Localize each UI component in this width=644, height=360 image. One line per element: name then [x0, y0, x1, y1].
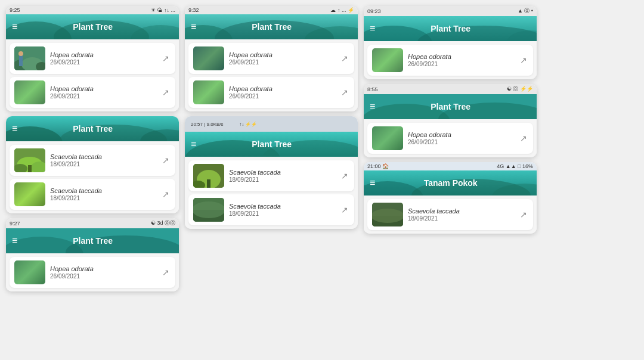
tree-list-3: Hopea odorata 26/09/2021 ↗ [6, 253, 179, 291]
status-right-7: ☯ ⓪ ⚡⚡ [507, 85, 533, 93]
tree-thumbnail [14, 260, 45, 284]
tree-name: Scaevola taccada [229, 203, 335, 210]
share-icon[interactable]: ↗ [340, 204, 349, 216]
tree-info: Hopea odorata 26/09/2021 [408, 53, 514, 67]
tree-list-5: Scaevola taccada 18/09/2021 ↗ [185, 157, 358, 229]
tree-info: Hopea odorata 26/09/2021 [229, 51, 335, 66]
tree-date: 18/09/2021 [50, 195, 156, 201]
list-item: Hopea odorata 26/09/2021 ↗ [188, 43, 354, 74]
column-3: 09:23 ▲ ⓪ • ≡ Plant Tree [364, 6, 537, 234]
share-icon[interactable]: ↗ [340, 86, 349, 98]
phone-screen-6: 09:23 ▲ ⓪ • ≡ Plant Tree [364, 6, 537, 79]
tree-date: 26/09/2021 [408, 61, 514, 67]
tree-date: 18/09/2021 [50, 161, 156, 167]
tree-date: 26/09/2021 [408, 139, 514, 145]
phone-screen-3: 9:27 ☯ 3d ⓪⓪ ≡ Plant Tree Hopea odorata … [6, 218, 179, 291]
tree-list-4: Hopea odorata 26/09/2021 ↗ Hopea odorata… [185, 39, 358, 111]
list-item: Hopea odorata 26/09/2021 ↗ [367, 45, 533, 76]
tree-info: Hopea odorata 26/09/2021 [50, 265, 156, 280]
status-time-7: 8:55 [367, 86, 378, 92]
status-icons-1: ☀ 🌤 ↑↓ ... [151, 7, 175, 13]
tree-date: 26/09/2021 [50, 93, 156, 100]
app-header-8: ≡ Tanam Pokok [364, 170, 537, 195]
svg-rect-18 [28, 165, 32, 172]
status-bar-7: 8:55 ☯ ⓪ ⚡⚡ [364, 84, 537, 94]
menu-icon-3[interactable]: ≡ [12, 235, 17, 246]
app-header-4: ≡ Plant Tree [185, 14, 358, 39]
tree-name: Hopea odorata [50, 85, 156, 92]
menu-icon-5[interactable]: ≡ [191, 139, 196, 150]
menu-icon-7[interactable]: ≡ [370, 101, 375, 112]
tree-name: Scaevola taccada [408, 207, 514, 215]
share-icon[interactable]: ↗ [519, 209, 528, 221]
status-time-6: 09:23 [367, 8, 381, 14]
tree-list-6: Hopea odorata 26/09/2021 ↗ [364, 41, 537, 79]
menu-icon-2[interactable]: ≡ [12, 123, 17, 134]
status-bar-4: 9:32 ☁ ↑ ... ⚡ [185, 6, 358, 14]
tree-info: Scaevola taccada 18/09/2021 [50, 187, 156, 201]
share-icon[interactable]: ↗ [161, 266, 171, 278]
column-2: 9:32 ☁ ↑ ... ⚡ ≡ Plant Tree [185, 6, 358, 229]
app-header-3: ≡ Plant Tree [6, 228, 179, 253]
header-title-6: Plant Tree [380, 24, 521, 33]
share-icon[interactable]: ↗ [340, 170, 349, 182]
share-icon[interactable]: ↗ [161, 52, 171, 64]
share-icon[interactable]: ↗ [161, 188, 171, 200]
tree-name: Hopea odorata [50, 265, 156, 272]
status-right-4: ☁ ↑ ... ⚡ [330, 7, 354, 13]
header-title-2: Plant Tree [22, 124, 163, 134]
svg-point-36 [193, 201, 224, 218]
header-title-1: Plant Tree [22, 22, 163, 32]
tree-thumbnail [193, 46, 224, 70]
svg-rect-8 [19, 55, 23, 66]
tree-info: Hopea odorata 26/09/2021 [50, 85, 156, 100]
tree-list-2: Scaevola taccada 18/09/2021 ↗ Scaevola t… [6, 141, 179, 213]
status-bar-3: 9:27 ☯ 3d ⓪⓪ [6, 218, 179, 228]
status-bar-6: 09:23 ▲ ⓪ • [364, 6, 537, 16]
tree-thumbnail [14, 80, 45, 104]
tree-date: 26/09/2021 [229, 59, 335, 66]
app-header-7: ≡ Plant Tree [364, 94, 537, 119]
list-item: Scaevola taccada 18/09/2021 ↗ [10, 145, 175, 176]
tree-date: 18/09/2021 [229, 176, 335, 183]
tree-date: 26/09/2021 [50, 273, 156, 280]
tree-name: Hopea odorata [408, 53, 514, 60]
menu-icon-4[interactable]: ≡ [191, 21, 196, 32]
phone-screen-5: 20:57 | 9.0KB/s ↑↓ ⚡⚡ ≡ Plant Tree [185, 116, 358, 229]
menu-icon-6[interactable]: ≡ [370, 23, 375, 34]
tree-list-7: Hopea odorata 26/09/2021 ↗ [364, 119, 537, 157]
tree-thumbnail [193, 80, 224, 104]
tree-name: Hopea odorata [408, 131, 514, 138]
tree-name: Hopea odorata [229, 85, 335, 92]
phone-screen-7: 8:55 ☯ ⓪ ⚡⚡ ≡ Plant Tree Hopea odorata 2… [364, 84, 537, 157]
list-item: Hopea odorata 26/09/2021 ↗ [10, 257, 175, 288]
tree-info: Scaevola taccada 18/09/2021 [229, 203, 335, 217]
list-item: Hopea odorata 26/09/2021 ↗ [10, 43, 175, 74]
svg-point-50 [372, 209, 403, 223]
svg-point-9 [18, 51, 23, 56]
menu-icon-8[interactable]: ≡ [370, 178, 375, 188]
share-icon[interactable]: ↗ [161, 154, 171, 166]
menu-icon-1[interactable]: ≡ [12, 21, 17, 32]
app-header-1: ≡ Plant Tree [6, 14, 179, 39]
app-header-6: ≡ Plant Tree [364, 16, 537, 41]
phone-screen-1: 9:25 ☀ 🌤 ↑↓ ... ≡ Plant Tree [6, 6, 179, 111]
phone-screen-8: 21:00 🏠 4G ▲▲ □ 16% ≡ Tanam Pokok [364, 162, 537, 234]
status-bar-5: 20:57 | 9.0KB/s ↑↓ ⚡⚡ [191, 122, 257, 127]
share-icon[interactable]: ↗ [519, 132, 528, 144]
tree-list-1: Hopea odorata 26/09/2021 ↗ Hopea odorata… [6, 39, 179, 111]
tree-thumbnail [14, 182, 45, 206]
list-item: Hopea odorata 26/09/2021 ↗ [367, 123, 533, 154]
share-icon[interactable]: ↗ [161, 86, 171, 98]
tree-name: Scaevola taccada [229, 169, 335, 176]
tree-info: Scaevola taccada 18/09/2021 [50, 153, 156, 167]
tree-date: 26/09/2021 [229, 93, 335, 100]
tree-name: Hopea odorata [229, 51, 335, 58]
header-title-8: Tanam Pokok [380, 178, 521, 188]
share-icon[interactable]: ↗ [519, 54, 528, 66]
phone-screen-4: 9:32 ☁ ↑ ... ⚡ ≡ Plant Tree [185, 6, 358, 111]
tree-thumbnail [372, 203, 403, 226]
status-right-6: ▲ ⓪ • [518, 7, 533, 15]
share-icon[interactable]: ↗ [340, 52, 349, 64]
phone-screen-2: ≡ Plant Tree Scae [6, 116, 179, 213]
